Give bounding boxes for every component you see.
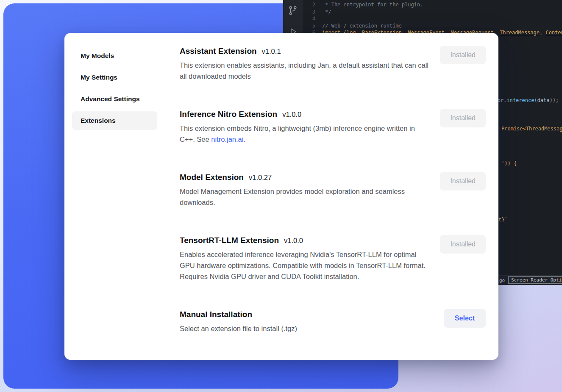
code-line: * The entrypoint for the plugin.	[322, 1, 562, 8]
statusbar-text: go	[499, 277, 505, 284]
manual-installation-title: Manual Installation	[180, 310, 252, 319]
extension-title: TensortRT-LLM Extension	[180, 236, 279, 245]
manual-installation-description: Select an extension file to install (.tg…	[180, 323, 297, 334]
extension-version: v1.0.27	[249, 174, 272, 182]
code-line	[322, 15, 562, 22]
select-file-button[interactable]: Select	[444, 309, 486, 328]
installed-button[interactable]: Installed	[440, 235, 486, 254]
extension-description: Enables accelerated inference leveraging…	[180, 249, 429, 282]
extension-title: Inference Nitro Extension	[180, 110, 277, 119]
editor-line-numbers: 2 3 4 5 6	[303, 1, 315, 36]
extension-row-tensorrt: TensortRT-LLM Extension v1.0.0 Enables a…	[180, 222, 486, 296]
code-line: */	[322, 8, 562, 16]
extension-description: Model Management Extension provides mode…	[180, 186, 429, 208]
extensions-panel: Assistant Extension v1.0.1 This extensio…	[165, 33, 498, 360]
settings-modal: My Models My Settings Advanced Settings …	[64, 33, 498, 360]
extension-version: v1.0.0	[282, 110, 301, 119]
sidebar-item-my-models[interactable]: My Models	[72, 47, 157, 65]
code-fragment: rator.inference(data));	[488, 97, 559, 104]
editor-code: * The entrypoint for the plugin. */ // W…	[322, 1, 562, 36]
extension-description: This extension embeds Nitro, a lightweig…	[180, 123, 429, 145]
code-fragment: t}`	[498, 216, 508, 224]
sidebar-item-my-settings[interactable]: My Settings	[72, 68, 157, 87]
extension-version: v1.0.1	[262, 47, 281, 55]
extension-description: This extension enables assistants, inclu…	[180, 60, 429, 82]
extension-version: v1.0.0	[284, 237, 303, 245]
nitro-jan-ai-link[interactable]: nitro.jan.ai.	[211, 135, 245, 143]
manual-installation-row: Manual Installation Select an extension …	[180, 296, 486, 348]
sidebar-item-extensions[interactable]: Extensions	[72, 111, 157, 130]
sidebar-item-advanced-settings[interactable]: Advanced Settings	[72, 90, 157, 108]
extension-row-assistant: Assistant Extension v1.0.1 This extensio…	[180, 33, 486, 96]
installed-button[interactable]: Installed	[440, 109, 486, 127]
code-fragment: Promise<ThreadMessage>	[501, 125, 562, 133]
screen-reader-optimize-badge[interactable]: Screen Reader Optimize	[508, 276, 562, 284]
installed-button[interactable]: Installed	[440, 46, 486, 64]
extension-row-nitro: Inference Nitro Extension v1.0.0 This ex…	[180, 96, 486, 159]
extension-title: Assistant Extension	[180, 47, 257, 56]
git-branch-icon[interactable]	[287, 5, 298, 18]
code-line: // Web / extension runtime	[322, 22, 562, 30]
code-fragment: ')) {	[501, 160, 517, 167]
extension-row-model: Model Extension v1.0.27 Model Management…	[180, 159, 486, 222]
extension-title: Model Extension	[180, 173, 244, 182]
settings-sidebar: My Models My Settings Advanced Settings …	[64, 33, 165, 360]
installed-button[interactable]: Installed	[440, 172, 486, 190]
